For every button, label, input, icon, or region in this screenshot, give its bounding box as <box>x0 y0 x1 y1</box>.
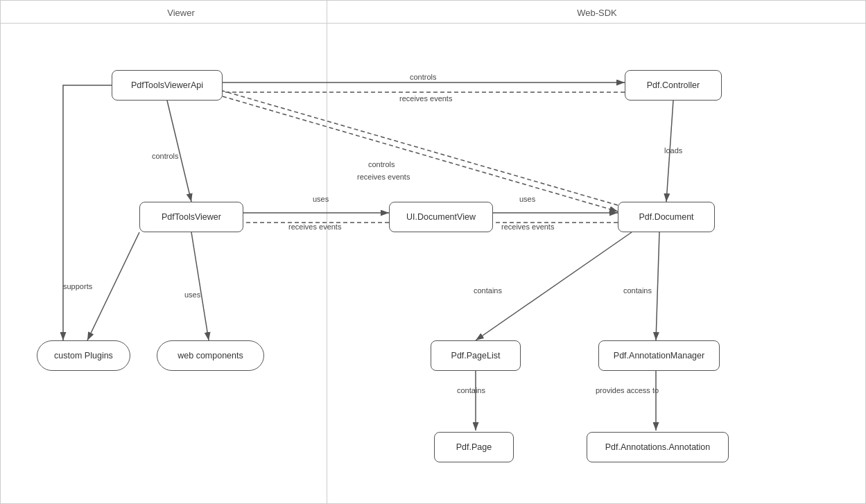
label-uses-right: uses <box>519 195 535 203</box>
label-uses-webcomponents: uses <box>184 290 200 299</box>
svg-line-15 <box>656 232 659 340</box>
label-loads: loads <box>664 146 682 155</box>
node-pdfPage: Pdf.Page <box>434 432 514 462</box>
label-receives-events-top: receives events <box>399 94 452 103</box>
viewer-header: Viewer <box>70 8 292 18</box>
svg-line-13 <box>191 232 209 340</box>
label-provides-access: provides access to <box>596 386 659 394</box>
svg-line-11 <box>223 96 618 211</box>
node-pdfAnnotationManager: Pdf.AnnotationManager <box>598 340 720 371</box>
svg-line-4 <box>167 101 191 202</box>
node-pdfController: Pdf.Controller <box>625 70 722 101</box>
diagram-container: Viewer Web-SDK <box>0 0 866 504</box>
node-pdfPageList: Pdf.PageList <box>431 340 521 371</box>
node-uiDocumentView: UI.DocumentView <box>389 202 493 232</box>
label-supports: supports <box>63 282 92 290</box>
label-receives-events-diagonal: receives events <box>357 173 410 181</box>
label-controls-left: controls <box>152 152 179 160</box>
label-controls-diagonal: controls <box>368 160 395 168</box>
top-divider <box>1 23 865 24</box>
node-pdfAnnotationsAnnotation: Pdf.Annotations.Annotation <box>587 432 729 462</box>
websdk-header: Web-SDK <box>347 8 847 18</box>
node-pdfDocument: Pdf.Document <box>618 202 715 232</box>
label-receives-events-right: receives events <box>501 223 554 231</box>
node-customPlugins: custom Plugins <box>37 340 130 371</box>
node-pdfToolsViewer: PdfToolsViewer <box>139 202 243 232</box>
label-contains-annotmgr: contains <box>623 286 652 295</box>
label-receives-events-middle: receives events <box>288 223 341 231</box>
label-controls-top: controls <box>410 73 437 81</box>
label-uses-left: uses <box>313 195 329 203</box>
vertical-divider <box>327 1 327 503</box>
node-pdfToolsViewerApi: PdfToolsViewerApi <box>112 70 223 101</box>
node-webComponents: web components <box>157 340 264 371</box>
svg-line-12 <box>87 232 139 340</box>
label-contains-pagelist: contains <box>474 286 502 295</box>
label-contains-page: contains <box>457 386 485 394</box>
svg-line-10 <box>223 91 618 205</box>
